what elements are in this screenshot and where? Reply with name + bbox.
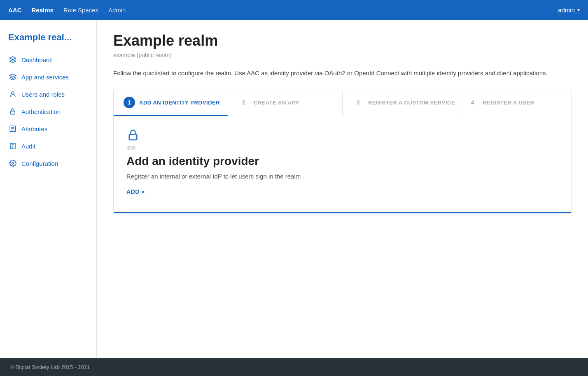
step-label-1: ADD AN IDENTITY PROVIDER <box>139 100 220 106</box>
gear-icon <box>8 159 17 168</box>
audit-icon <box>8 142 17 151</box>
lock-icon <box>8 107 17 116</box>
step-tab-2[interactable]: 2 CREATE AN APP <box>228 90 342 116</box>
sidebar-item-authentication-label: Authentication <box>21 108 61 115</box>
person-icon <box>8 90 17 99</box>
page-title: Example realm <box>113 32 572 49</box>
page-description: Follow the quickstart to configure the r… <box>113 68 572 78</box>
sidebar-item-users-and-roles[interactable]: Users and roles <box>0 86 96 103</box>
svg-point-12 <box>12 162 14 165</box>
sidebar-item-configuration-label: Configuration <box>21 160 58 167</box>
idp-lock-icon <box>126 128 558 143</box>
nav-role-spaces[interactable]: Role Spaces <box>63 7 98 14</box>
sidebar-item-dashboard-label: Dashboard <box>21 56 51 63</box>
step-content-panel: IDP Add an identity provider Register an… <box>114 116 571 213</box>
page-subtitle: example (public realm) <box>113 52 572 58</box>
user-menu-chevron: ▾ <box>577 7 580 13</box>
stepper: 1 ADD AN IDENTITY PROVIDER 2 CREATE AN A… <box>113 90 572 214</box>
sidebar-realm-title: Example real... <box>0 28 96 51</box>
sidebar-item-users-and-roles-label: Users and roles <box>21 91 65 98</box>
sidebar-item-configuration[interactable]: Configuration <box>0 155 96 172</box>
nav-realms[interactable]: Realms <box>32 7 54 14</box>
sidebar-item-app-and-services-label: App and services <box>21 74 69 81</box>
idp-title: Add an identity provider <box>126 155 558 168</box>
nav-aac[interactable]: AAC <box>8 7 22 14</box>
main-content: Example realm example (public realm) Fol… <box>97 20 588 358</box>
sidebar-item-app-and-services[interactable]: App and services <box>0 68 96 86</box>
svg-point-2 <box>12 92 14 94</box>
svg-marker-0 <box>10 57 16 60</box>
step-number-4: 4 <box>467 97 478 108</box>
step-tab-3[interactable]: 3 REGISTER A CUSTOM SERVICE <box>343 90 457 116</box>
idp-add-link[interactable]: ADD » <box>126 188 145 195</box>
svg-rect-13 <box>129 135 137 140</box>
sidebar-item-attributes-label: Attributes <box>21 125 47 132</box>
sidebar-item-dashboard[interactable]: Dashboard <box>0 51 96 68</box>
idp-badge: IDP <box>126 146 558 151</box>
step-number-2: 2 <box>238 97 250 108</box>
list-icon <box>8 124 17 133</box>
user-menu[interactable]: admin ▾ <box>558 7 580 14</box>
step-label-4: REGISTER A USER <box>483 100 534 106</box>
svg-rect-3 <box>11 111 15 114</box>
sidebar-item-attributes[interactable]: Attributes <box>0 120 96 137</box>
step-label-2: CREATE AN APP <box>254 100 299 106</box>
sidebar: Example real... Dashboard App a <box>0 20 97 358</box>
footer-text: © Digital Society Lab 2015 - 2021 <box>10 364 90 370</box>
svg-marker-1 <box>10 74 16 77</box>
footer: © Digital Society Lab 2015 - 2021 <box>0 358 588 376</box>
idp-description: Register an internal or external IdP to … <box>126 173 558 180</box>
nav-admin[interactable]: Admin <box>108 7 126 14</box>
sidebar-item-audit-label: Audit <box>21 143 35 150</box>
step-tab-4[interactable]: 4 REGISTER A USER <box>457 90 571 116</box>
step-tab-1[interactable]: 1 ADD AN IDENTITY PROVIDER <box>114 90 228 116</box>
sidebar-item-audit[interactable]: Audit <box>0 137 96 155</box>
step-label-3: REGISTER A CUSTOM SERVICE <box>368 100 455 106</box>
dashboard-icon <box>8 55 17 64</box>
stepper-tabs: 1 ADD AN IDENTITY PROVIDER 2 CREATE AN A… <box>114 90 571 116</box>
user-name: admin <box>558 7 575 14</box>
step-number-3: 3 <box>352 97 364 108</box>
sidebar-item-authentication[interactable]: Authentication <box>0 103 96 120</box>
step-number-1: 1 <box>124 97 135 108</box>
top-navigation: AAC Realms Role Spaces Admin admin ▾ <box>0 0 588 20</box>
layers-icon <box>8 72 17 81</box>
